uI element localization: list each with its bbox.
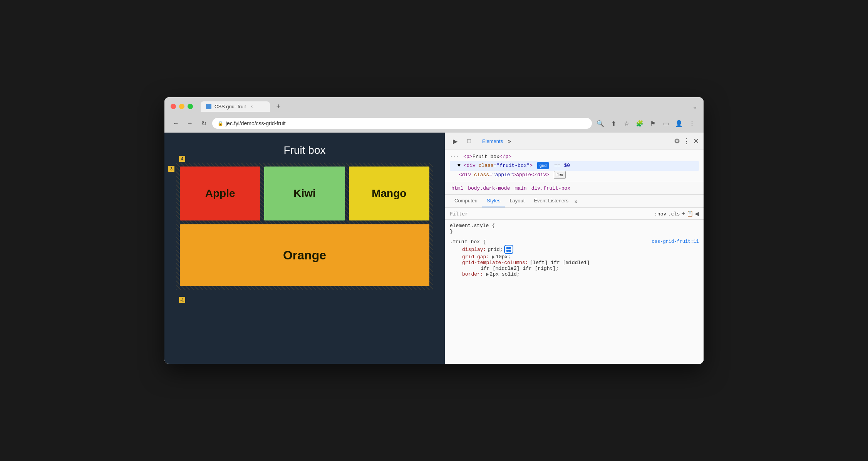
zoom-button[interactable]: 🔍	[595, 118, 606, 129]
close-window-button[interactable]	[171, 104, 176, 109]
bookmark-button[interactable]: ☆	[621, 118, 632, 129]
breadcrumb-main[interactable]: main	[513, 185, 528, 192]
toggle-style-button[interactable]: ◀	[695, 210, 699, 217]
devtools-kebab-button[interactable]: ⋮	[683, 137, 690, 145]
style-tabs: Computed Styles Layout Event Listeners »	[445, 195, 704, 208]
breadcrumb-html[interactable]: html	[450, 185, 465, 192]
warning-button[interactable]: ⚑	[647, 118, 658, 129]
breadcrumb-bar: html body.dark-mode main div.fruit-box	[445, 182, 704, 195]
flex-badge-label[interactable]: flex	[554, 171, 566, 179]
profile-button[interactable]: 👤	[674, 118, 684, 129]
apple-cell: Apple	[180, 167, 260, 220]
filter-bar: :hov .cls + 📋 ◀	[445, 208, 704, 220]
grid-num-bot-1: -1	[179, 297, 185, 303]
tab-layout[interactable]: Layout	[505, 195, 529, 207]
copy-style-button[interactable]: 📋	[687, 210, 693, 217]
address-text: jec.fyi/demo/css-grid-fruit	[226, 120, 586, 126]
grid-num-top-4: 4	[179, 156, 185, 162]
lock-icon: 🔒	[218, 121, 223, 126]
tab-favicon-icon	[206, 104, 211, 109]
fruit-box-title: Fruit box	[176, 144, 433, 156]
devtools-settings-button[interactable]: ⚙	[674, 137, 680, 145]
mango-cell: Mango	[349, 167, 429, 220]
orange-cell: Orange	[180, 224, 429, 286]
add-style-button[interactable]: +	[682, 210, 685, 217]
tab-title: CSS grid- fruit	[214, 104, 246, 109]
back-button[interactable]: ←	[171, 118, 181, 129]
desktop-button[interactable]: ▭	[660, 118, 671, 129]
forward-button[interactable]: →	[184, 118, 195, 129]
element-style-selector: element.style {	[450, 223, 699, 229]
css-prop-grid-template-columns-cont: 1fr [middle2] 1fr [right];	[450, 266, 699, 271]
title-bar: CSS grid- fruit × + ⌄	[164, 97, 704, 116]
breadcrumb-body[interactable]: body.dark-mode	[466, 185, 511, 192]
style-tabs-more-button[interactable]: »	[573, 195, 579, 207]
html-tree: ··· <p>Fruit box</p> ▼ <div class="fruit…	[445, 150, 704, 182]
breadcrumb-div-fruitbox[interactable]: div.fruit-box	[530, 185, 572, 192]
filter-input[interactable]	[450, 211, 651, 217]
browser-window: CSS grid- fruit × + ⌄ ← → ↻ 🔒 jec.fyi/de…	[164, 97, 704, 364]
css-prop-grid-template-columns: grid-template-columns: [left] 1fr [middl…	[450, 260, 699, 266]
minimize-window-button[interactable]	[179, 104, 184, 109]
new-tab-button[interactable]: +	[273, 101, 284, 112]
fruit-box-container: Fruit box 1 2 3 4 1 2 3	[176, 144, 433, 352]
fruit-grid: Apple Kiwi Mango Orange	[176, 163, 433, 290]
css-rules: element.style { } .fruit-box { css-grid-…	[445, 220, 704, 364]
element-style-close: }	[450, 229, 699, 234]
devtools-close-button[interactable]: ✕	[693, 137, 699, 145]
webpage-area: Fruit box 1 2 3 4 1 2 3	[164, 133, 445, 364]
ellipsis-icon: ···	[450, 154, 459, 160]
devtools-panel: ▶ □ Elements » ⚙ ⋮ ✕ ··· <p>Fruit box</p…	[445, 133, 704, 364]
css-prop-grid-gap: grid-gap: 10px;	[450, 254, 699, 260]
share-button[interactable]: ⬆	[608, 118, 619, 129]
tab-event-listeners[interactable]: Event Listeners	[529, 195, 573, 207]
tab-close-button[interactable]: ×	[249, 104, 255, 109]
rule-header: .fruit-box { css-grid-fruit:11	[450, 239, 699, 245]
rule-source[interactable]: css-grid-fruit:11	[652, 239, 699, 245]
grid-border-wrapper: 1 2 3 4 1 2 3 Apple Kiwi Mango	[176, 163, 433, 290]
tab-styles[interactable]: Styles	[482, 195, 505, 207]
extensions-button[interactable]: 🧩	[634, 118, 645, 129]
more-button[interactable]: ⋮	[687, 118, 697, 129]
grid-gap-triangle	[492, 255, 494, 259]
rule-selector: .fruit-box {	[450, 239, 486, 245]
device-toggle-button[interactable]: □	[464, 136, 474, 146]
tab-bar: CSS grid- fruit × + ⌄	[201, 101, 697, 112]
devtools-more-tabs-button[interactable]: »	[508, 138, 511, 145]
html-line-3[interactable]: <div class="apple">Apple</div> flex	[450, 171, 699, 179]
grid-badge-label[interactable]: grid	[537, 162, 549, 170]
devtools-toolbar: ▶ □ Elements » ⚙ ⋮ ✕	[445, 133, 704, 150]
address-actions: 🔍 ⬆ ☆ 🧩 ⚑ ▭ 👤 ⋮	[595, 118, 697, 129]
grid-numbers-top: 1 2 3 4	[176, 156, 433, 162]
maximize-window-button[interactable]	[188, 104, 193, 109]
active-tab[interactable]: CSS grid- fruit ×	[201, 101, 270, 112]
tab-elements[interactable]: Elements	[478, 137, 508, 146]
html-line-1: ··· <p>Fruit box</p>	[450, 153, 699, 161]
grid-display-icon[interactable]	[504, 245, 513, 254]
address-bar: ← → ↻ 🔒 jec.fyi/demo/css-grid-fruit 🔍 ⬆ …	[164, 116, 704, 133]
tab-computed[interactable]: Computed	[450, 195, 482, 207]
grid-num-left-3: 3	[168, 166, 174, 172]
browser-content: Fruit box 1 2 3 4 1 2 3	[164, 133, 704, 364]
css-prop-border: border: 2px solid;	[450, 271, 699, 277]
hov-button[interactable]: :hov	[654, 211, 666, 217]
css-prop-display: display: grid;	[450, 245, 699, 254]
element-style-block: element.style { }	[450, 223, 699, 234]
refresh-button[interactable]: ↻	[198, 118, 209, 129]
devtools-tab-bar: Elements »	[478, 137, 671, 146]
tab-menu-button[interactable]: ⌄	[692, 103, 697, 110]
cls-button[interactable]: .cls	[668, 211, 680, 217]
window-controls	[171, 104, 193, 109]
html-line-2[interactable]: ▼ <div class="fruit-box"> grid == $0	[450, 161, 699, 171]
border-triangle	[486, 273, 489, 276]
filter-actions: :hov .cls + 📋 ◀	[654, 210, 699, 217]
fruit-box-rule-block: .fruit-box { css-grid-fruit:11 display: …	[450, 239, 699, 277]
element-picker-button[interactable]: ▶	[450, 136, 461, 146]
kiwi-cell: Kiwi	[264, 167, 345, 220]
address-input[interactable]: 🔒 jec.fyi/demo/css-grid-fruit	[212, 118, 592, 129]
